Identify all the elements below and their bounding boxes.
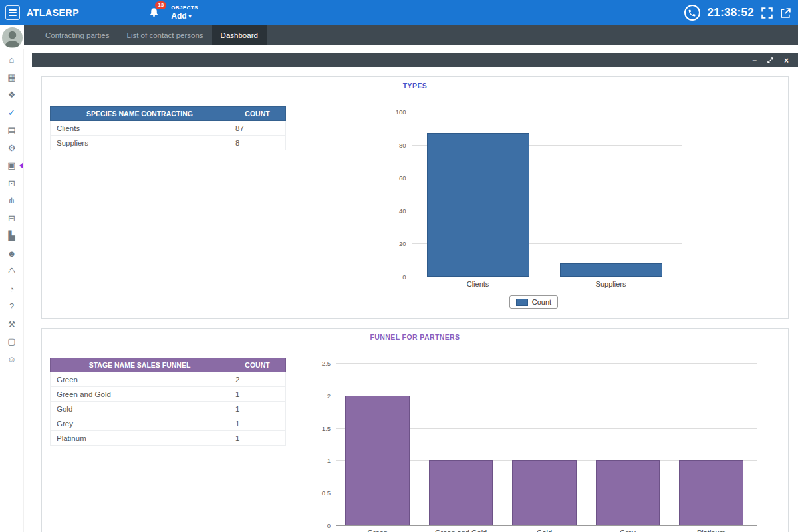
table-row: Green and Gold1 (51, 387, 286, 402)
bar-grey (596, 460, 660, 525)
close-button[interactable]: × (784, 57, 789, 65)
types-table-header-row: SPECIES NAME CONTRACTING COUNT (51, 107, 286, 121)
row-count: 8 (229, 136, 286, 150)
menu-button[interactable] (5, 5, 20, 20)
minimize-button[interactable]: − (752, 57, 757, 65)
y-tick-label: 60 (399, 174, 406, 182)
types-section-title: TYPES (42, 77, 788, 93)
row-label: Green and Gold (51, 387, 229, 402)
panel-body: TYPES SPECIES NAME CONTRACTING COUNT Cli… (32, 67, 798, 532)
x-tick-label: Gold (503, 525, 586, 532)
plot-area (336, 363, 753, 525)
sidebar-icons: ⌂▦❖✓▤⚙▣⊡⋔⊟▙☻♺◔?⚒▢☺ (0, 45, 24, 532)
table-row: Platinum1 (51, 431, 286, 446)
y-tick-label: 0 (327, 522, 331, 529)
tags-icon: ❖ (8, 90, 16, 100)
row-count: 1 (229, 402, 286, 416)
folder-icon: ⊟ (8, 213, 15, 223)
monitor-icon: ▢ (7, 336, 15, 346)
types-section: TYPES SPECIES NAME CONTRACTING COUNT Cli… (41, 76, 789, 319)
hierarchy-icon: ⋔ (8, 196, 15, 205)
row-count: 1 (229, 431, 286, 446)
resize-button[interactable] (767, 57, 774, 64)
row-label: Green (51, 372, 229, 387)
legend-label: Count (532, 298, 551, 306)
avatar[interactable] (2, 27, 23, 48)
user-icon: ☺ (7, 354, 16, 364)
panel-header: − × (32, 53, 798, 67)
sidebar-item-trash[interactable]: ♺ (0, 266, 24, 277)
row-label: Platinum (51, 431, 229, 446)
book-icon: ▣ (7, 160, 15, 170)
sidebar-item-monitor[interactable]: ▢ (0, 336, 24, 347)
row-label: Clients (51, 121, 229, 136)
bar-platinum (679, 460, 743, 525)
sidebar-item-wrench[interactable]: ⚒ (0, 319, 24, 330)
fullscreen-icon (761, 7, 773, 19)
sidebar-item-presentation[interactable]: ⊡ (0, 178, 24, 189)
y-tick-label: 2 (327, 392, 331, 399)
row-count: 1 (229, 416, 286, 431)
resize-icon (767, 57, 774, 64)
sidebar-item-hierarchy[interactable]: ⋔ (0, 196, 24, 206)
sidebar-item-tasks-check[interactable]: ✓ (0, 108, 24, 118)
bar-slot (336, 363, 419, 525)
phone-button[interactable] (684, 5, 700, 21)
x-tick-label: Clients (412, 277, 545, 288)
table-row: Gold1 (51, 402, 286, 416)
topbar-right: 21:38:52 (684, 5, 798, 21)
bars (336, 363, 753, 525)
sidebar-item-folder[interactable]: ⊟ (0, 213, 24, 224)
sidebar-item-book[interactable]: ▣ (0, 160, 24, 171)
sidebar-item-users[interactable]: ☻ (0, 249, 24, 259)
sidebar-item-home[interactable]: ⌂ (0, 55, 24, 65)
gridline (412, 277, 682, 277)
sidebar-item-list[interactable]: ▤ (0, 125, 24, 136)
notifications-button[interactable]: 13 (148, 7, 160, 19)
column-header-stage: STAGE NAME SALES FUNNEL (51, 358, 229, 372)
open-external-icon (780, 7, 791, 19)
x-tick-label: Suppliers (545, 277, 678, 288)
sidebar-item-tags[interactable]: ❖ (0, 90, 24, 100)
sidebar-item-chart[interactable]: ▙ (0, 231, 24, 241)
y-tick-label: 0 (402, 273, 406, 281)
y-tick-label: 2.5 (322, 360, 331, 367)
row-count: 87 (229, 121, 286, 136)
add-dropdown[interactable]: Add ▾ (171, 11, 200, 21)
bar-slot (545, 112, 678, 277)
legend-swatch (516, 299, 528, 306)
x-tick-label: Platinum (670, 525, 753, 532)
bar-green (345, 396, 410, 525)
chart-icon: ▙ (9, 231, 15, 241)
bar-suppliers (560, 263, 662, 277)
x-axis-labels: GreenGreen and GoldGoldGreyPlatinum (336, 525, 753, 532)
funnel-table: STAGE NAME SALES FUNNEL COUNT Green2Gree… (50, 358, 286, 446)
sidebar-item-settings-gears[interactable]: ⚙ (0, 143, 24, 154)
sidebar-item-user[interactable]: ☺ (0, 354, 24, 365)
bar-slot (412, 112, 545, 277)
sidebar-item-help[interactable]: ? (0, 301, 24, 312)
tab-list-of-contact-persons[interactable]: List of contact persons (118, 25, 212, 45)
table-row: Suppliers8 (51, 136, 286, 150)
row-label: Grey (51, 416, 229, 431)
bar-slot (419, 363, 502, 525)
column-header-count: COUNT (229, 107, 286, 121)
fullscreen-button[interactable] (761, 7, 773, 19)
objects-label: OBJECTS: (171, 5, 200, 11)
wrench-icon: ⚒ (8, 319, 16, 329)
active-item-marker (19, 162, 23, 169)
open-external-button[interactable] (780, 7, 791, 19)
types-chart-area: 020406080100 ClientsSuppliers Count (286, 106, 781, 309)
sidebar-item-calendar[interactable]: ▦ (0, 72, 24, 83)
row-count: 1 (229, 387, 286, 402)
legend-item-count[interactable]: Count (509, 295, 558, 309)
x-tick-label: Green and Gold (419, 525, 502, 532)
tab-dashboard[interactable]: Dashboard (212, 25, 267, 45)
app-title: ATLASERP (27, 7, 79, 18)
pie-icon: ◔ (9, 284, 15, 294)
bars (412, 112, 678, 277)
types-table: SPECIES NAME CONTRACTING COUNT Clients87… (50, 106, 286, 150)
tab-contracting-parties[interactable]: Contracting parties (37, 25, 118, 45)
topbar: ATLASERP 13 OBJECTS: Add ▾ 21:38:52 (0, 0, 798, 25)
sidebar-item-pie[interactable]: ◔ (0, 284, 24, 295)
